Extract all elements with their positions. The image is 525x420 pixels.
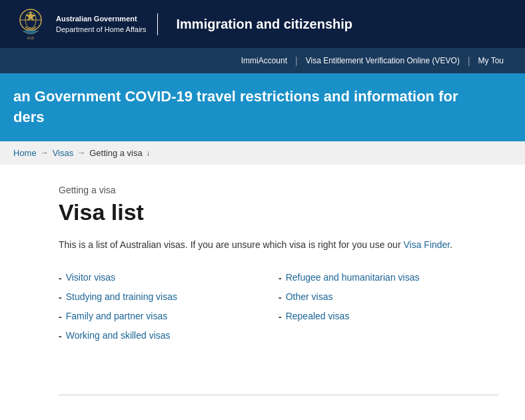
nav-immiaccount[interactable]: ImmiAccount	[233, 49, 295, 72]
description-text-post: .	[450, 239, 452, 250]
page-title: Visa list	[59, 199, 498, 225]
nav-vevo[interactable]: Visa Entitlement Verification Online (VE…	[298, 49, 468, 72]
breadcrumb-dropdown-icon[interactable]: ↓	[147, 149, 151, 157]
list-item: - Other visas	[278, 291, 498, 303]
visa-lists: - Visitor visas - Studying and training …	[59, 272, 498, 341]
visa-dash: -	[59, 331, 62, 341]
list-item: - Refugee and humanitarian visas	[278, 272, 498, 283]
list-item: - Family and partner visas	[59, 311, 278, 322]
other-visas-link[interactable]: Other visas	[286, 291, 333, 302]
visa-dash: -	[278, 273, 282, 283]
list-item: - Repealed visas	[278, 311, 498, 322]
visa-column-left: - Visitor visas - Studying and training …	[59, 272, 278, 341]
breadcrumb-arrow-1: →	[41, 148, 49, 157]
refugee-visas-link[interactable]: Refugee and humanitarian visas	[286, 272, 420, 283]
working-visas-link[interactable]: Working and skilled visas	[66, 330, 171, 341]
description-text-pre: This is a list of Australian visas. If y…	[59, 239, 403, 250]
nav-mytou[interactable]: My Tou	[470, 49, 512, 72]
logo-area: AUS Australian Government Department of …	[13, 7, 352, 41]
breadcrumb-visas[interactable]: Visas	[53, 148, 74, 158]
gov-name: Australian Government	[56, 13, 147, 25]
family-visas-link[interactable]: Family and partner visas	[66, 311, 168, 321]
visa-finder-link[interactable]: Visa Finder	[403, 239, 450, 250]
page-label: Getting a visa	[59, 185, 498, 195]
page-description: This is a list of Australian visas. If y…	[59, 237, 498, 252]
dept-text: Australian Government Department of Home…	[56, 13, 158, 35]
covid-text-line1: an Government COVID-19 travel restrictio…	[13, 88, 458, 105]
list-item: - Working and skilled visas	[59, 330, 278, 341]
list-item: - Visitor visas	[59, 272, 278, 283]
top-nav: ImmiAccount | Visa Entitlement Verificat…	[0, 48, 525, 73]
covid-text-line2: ders	[13, 109, 44, 125]
main-content: Getting a visa Visa list This is a list …	[0, 165, 525, 368]
coat-of-arms: AUS	[13, 7, 48, 41]
visa-dash: -	[278, 311, 282, 322]
visitor-visas-link[interactable]: Visitor visas	[66, 272, 115, 283]
visa-dash: -	[59, 273, 62, 283]
visa-dash: -	[59, 311, 62, 322]
breadcrumb-home[interactable]: Home	[13, 148, 37, 158]
dept-name: Department of Home Affairs	[56, 24, 147, 35]
breadcrumb: Home → Visas → Getting a visa ↓	[0, 141, 525, 165]
breadcrumb-current: Getting a visa	[89, 148, 143, 158]
nav-divider-2: |	[468, 55, 470, 66]
svg-text:AUS: AUS	[27, 36, 35, 40]
visa-dash: -	[59, 292, 62, 303]
covid-banner-link[interactable]: an Government COVID-19 travel restrictio…	[13, 88, 458, 125]
covid-banner: an Government COVID-19 travel restrictio…	[0, 73, 525, 141]
site-title: Immigration and citizenship	[166, 17, 352, 32]
visa-dash: -	[278, 292, 282, 303]
list-item: - Studying and training visas	[59, 291, 278, 303]
nav-divider-1: |	[295, 55, 298, 66]
visa-column-right: - Refugee and humanitarian visas - Other…	[278, 272, 498, 341]
bottom-divider	[59, 395, 498, 395]
studying-visas-link[interactable]: Studying and training visas	[66, 291, 177, 302]
breadcrumb-arrow-2: →	[77, 148, 85, 157]
site-header: AUS Australian Government Department of …	[0, 0, 525, 48]
repealed-visas-link[interactable]: Repealed visas	[286, 311, 350, 321]
